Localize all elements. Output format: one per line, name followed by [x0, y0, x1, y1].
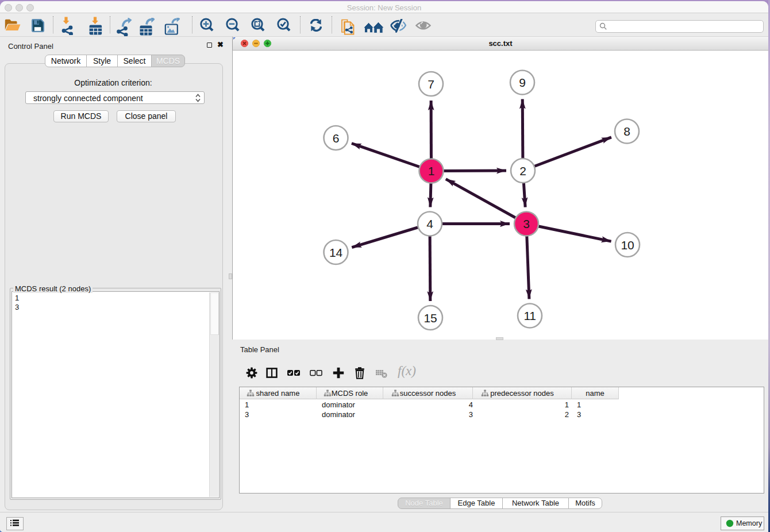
svg-text:11: 11 [523, 309, 536, 322]
svg-text:8: 8 [623, 125, 630, 138]
svg-text:6: 6 [333, 132, 339, 145]
svg-text:2: 2 [519, 164, 526, 178]
svg-text:7: 7 [428, 78, 434, 91]
svg-text:15: 15 [424, 311, 437, 325]
svg-text:1: 1 [428, 164, 434, 178]
svg-text:3: 3 [523, 217, 529, 230]
svg-text:10: 10 [621, 238, 634, 252]
svg-text:4: 4 [426, 217, 433, 230]
svg-text:14: 14 [329, 246, 342, 259]
svg-text:9: 9 [519, 76, 525, 89]
